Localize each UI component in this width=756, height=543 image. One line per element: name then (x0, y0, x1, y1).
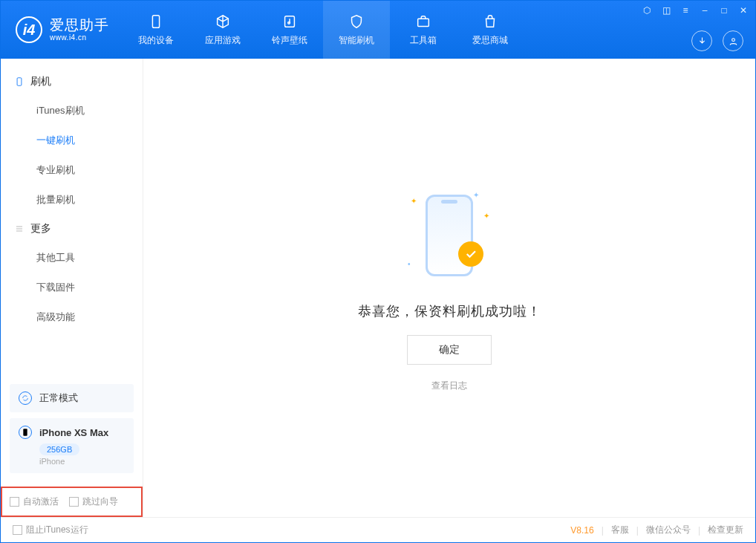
sidebar-item-other-tools[interactable]: 其他工具 (1, 243, 143, 273)
nav-flash[interactable]: 智能刷机 (323, 1, 390, 59)
checkbox-skip-guide[interactable]: 跳过向导 (69, 495, 118, 508)
checkbox-icon (10, 497, 19, 507)
nav-tabs: 我的设备 应用游戏 铃声壁纸 智能刷机 工具箱 爱思商城 (123, 1, 524, 59)
phone-outline-icon (14, 77, 25, 87)
checkbox-icon (13, 525, 22, 535)
header-right (691, 30, 743, 51)
checkbox-label: 跳过向导 (82, 495, 118, 508)
svg-rect-3 (418, 19, 429, 26)
body: 刷机 iTunes刷机 一键刷机 专业刷机 批量刷机 更多 其他工具 下载固件 … (1, 59, 755, 517)
logo-area: i4 爱思助手 www.i4.cn (1, 1, 123, 59)
svg-rect-6 (23, 429, 27, 435)
lock-icon[interactable]: ◫ (660, 5, 672, 16)
device-storage-badge: 256GB (39, 443, 79, 455)
svg-rect-5 (17, 78, 22, 86)
svg-point-4 (731, 38, 734, 41)
checkbox-auto-activate[interactable]: 自动激活 (10, 495, 59, 508)
sidebar-item-download-firmware[interactable]: 下载固件 (1, 273, 143, 302)
shield-icon (348, 13, 365, 30)
nav-label: 应用游戏 (205, 34, 241, 47)
sparkle-icon: ✦ (411, 197, 417, 205)
bag-icon (482, 13, 498, 30)
mode-label: 正常模式 (39, 391, 78, 405)
device-icon (148, 13, 164, 30)
device-type: iPhone (39, 457, 125, 466)
app-title: 爱思助手 (50, 17, 109, 33)
check-update-link[interactable]: 检查更新 (708, 524, 743, 536)
highlighted-checkbox-row: 自动激活 跳过向导 (1, 487, 143, 517)
nav-label: 智能刷机 (339, 34, 374, 47)
checkbox-icon (69, 497, 79, 507)
minimize-icon[interactable]: – (699, 5, 711, 16)
sparkle-icon: ✦ (483, 212, 489, 220)
support-link[interactable]: 客服 (611, 524, 629, 536)
svg-point-2 (288, 22, 290, 24)
sidebar-item-itunes-flash[interactable]: iTunes刷机 (1, 96, 143, 126)
nav-apps[interactable]: 应用游戏 (189, 1, 256, 59)
mode-card[interactable]: 正常模式 (10, 384, 134, 412)
music-icon (281, 13, 298, 30)
side-nav: 刷机 iTunes刷机 一键刷机 专业刷机 批量刷机 更多 其他工具 下载固件 … (1, 59, 143, 384)
maximize-icon[interactable]: □ (718, 5, 730, 16)
version-label: V8.16 (570, 525, 593, 536)
cube-icon (215, 13, 231, 30)
group-title: 刷机 (30, 75, 51, 88)
checkbox-label: 阻止iTunes运行 (26, 524, 88, 536)
user-button[interactable] (723, 30, 743, 51)
nav-store[interactable]: 爱思商城 (457, 1, 524, 59)
download-button[interactable] (691, 30, 712, 51)
device-card[interactable]: iPhone XS Max 256GB iPhone (10, 418, 134, 473)
main-content: ✦ ✦ • ✦ 恭喜您，保资料刷机成功啦！ 确定 查看日志 (143, 59, 755, 517)
ok-button[interactable]: 确定 (407, 335, 492, 365)
checkmark-badge-icon (458, 241, 483, 267)
wechat-link[interactable]: 微信公众号 (646, 524, 691, 536)
sparkle-icon: • (408, 260, 411, 268)
success-message: 恭喜您，保资料刷机成功啦！ (358, 302, 541, 320)
svg-rect-0 (152, 15, 159, 27)
sidebar-bottom: 正常模式 iPhone XS Max 256GB iPhone (1, 384, 143, 479)
footer: 阻止iTunes运行 V8.16 | 客服 | 微信公众号 | 检查更新 (1, 517, 755, 542)
footer-right: V8.16 | 客服 | 微信公众号 | 检查更新 (570, 524, 743, 536)
sparkle-icon: ✦ (473, 191, 479, 199)
close-icon[interactable]: ✕ (737, 5, 749, 16)
tshirt-icon[interactable]: ⬡ (641, 5, 653, 16)
phone-icon (19, 426, 32, 439)
group-flash-header: 刷机 (1, 68, 143, 96)
titlebar-controls: ⬡ ◫ ≡ – □ ✕ (641, 5, 749, 16)
nav-label: 铃声壁纸 (272, 34, 307, 47)
group-title: 更多 (30, 222, 51, 235)
refresh-icon (19, 391, 32, 405)
sidebar-item-advanced[interactable]: 高级功能 (1, 302, 143, 332)
group-more-header: 更多 (1, 215, 143, 243)
sidebar-item-batch-flash[interactable]: 批量刷机 (1, 185, 143, 215)
nav-toolbox[interactable]: 工具箱 (390, 1, 457, 59)
checkbox-label: 自动激活 (23, 495, 59, 508)
list-icon (14, 224, 25, 234)
logo-icon: i4 (16, 16, 42, 43)
view-log-link[interactable]: 查看日志 (431, 380, 467, 392)
device-name: iPhone XS Max (39, 427, 108, 438)
logo-text: 爱思助手 www.i4.cn (50, 17, 109, 42)
menu-icon[interactable]: ≡ (680, 5, 691, 16)
header: i4 爱思助手 www.i4.cn 我的设备 应用游戏 铃声壁纸 智能刷机 (1, 1, 755, 59)
checkbox-block-itunes[interactable]: 阻止iTunes运行 (13, 524, 88, 536)
app-window: i4 爱思助手 www.i4.cn 我的设备 应用游戏 铃声壁纸 智能刷机 (0, 0, 756, 543)
sidebar-item-pro-flash[interactable]: 专业刷机 (1, 155, 143, 185)
nav-ringtone[interactable]: 铃声壁纸 (256, 1, 323, 59)
nav-label: 我的设备 (138, 34, 174, 47)
sidebar: 刷机 iTunes刷机 一键刷机 专业刷机 批量刷机 更多 其他工具 下载固件 … (1, 59, 143, 517)
app-subtitle: www.i4.cn (50, 33, 109, 42)
briefcase-icon (415, 13, 431, 30)
sidebar-item-oneclick-flash[interactable]: 一键刷机 (1, 126, 143, 155)
success-illustration: ✦ ✦ • ✦ (397, 183, 501, 287)
nav-label: 工具箱 (410, 34, 437, 47)
nav-my-device[interactable]: 我的设备 (123, 1, 189, 59)
nav-label: 爱思商城 (472, 34, 508, 47)
